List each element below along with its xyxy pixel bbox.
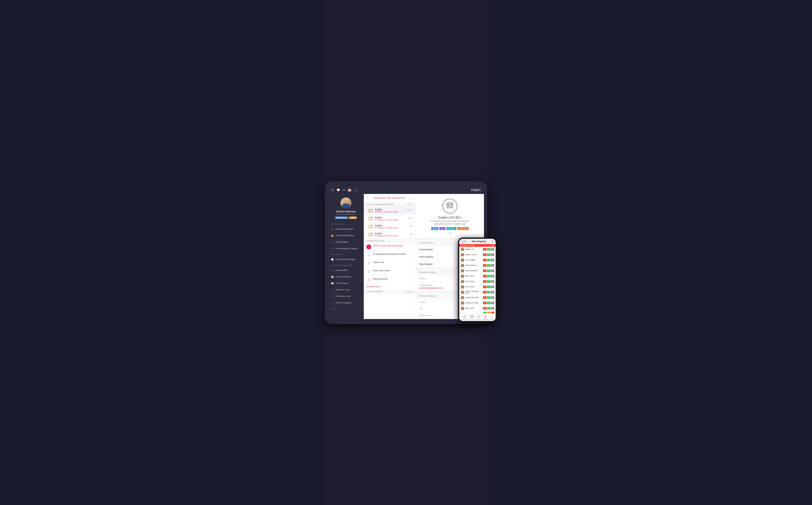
sidebar-item-timetable[interactable]: 🕐 My School Timetable	[328, 256, 364, 263]
student-row-7[interactable]: Dick, George Att Yes No	[459, 279, 495, 284]
timetable-item-1[interactable]: 08:55 09:55 English Sixth Form 10 in Six…	[364, 207, 416, 214]
no-button-7[interactable]: No	[491, 280, 494, 283]
register-buttons-1: Att Yes No	[483, 248, 494, 250]
yes-button-9[interactable]: Yes	[487, 291, 490, 294]
student-row-11[interactable]: Hutcheson, Morag Att Yes No	[459, 300, 495, 306]
att-button-7[interactable]: Att	[483, 280, 486, 283]
timetable-info-2: English P7 (English 3) in New School	[375, 216, 406, 221]
att-button-11[interactable]: Att	[483, 302, 486, 304]
no-button-5[interactable]: No	[491, 270, 494, 272]
student-avatar-2	[460, 253, 464, 257]
timetable-info-3: English P7 (English 3) in New School	[375, 224, 407, 229]
no-button-1[interactable]: No	[491, 248, 494, 250]
phone-search-icon[interactable]: 🔍	[491, 240, 494, 243]
att-button-5[interactable]: Att	[483, 270, 486, 272]
student-name-3: Carey, Bridget	[465, 259, 482, 261]
sidebar-item-bulletin[interactable]: ≡ Daily Bulletin	[328, 267, 364, 274]
no-button-10[interactable]: No	[491, 296, 494, 299]
no-button-11[interactable]: No	[491, 302, 494, 304]
att-button-6[interactable]: Att	[483, 275, 486, 278]
no-button-4[interactable]: No	[491, 264, 494, 267]
student-row-5[interactable]: Darby, Stephanie Att Yes No	[459, 268, 495, 274]
att-button-12[interactable]: Att	[483, 307, 486, 310]
bulletin-item-4[interactable]: ☰ Chess Club is back	[364, 268, 416, 276]
att-button-9[interactable]: Att	[483, 291, 486, 294]
phone-tab-settings[interactable]: ⚙ Settings	[476, 315, 481, 320]
detail-subtitle: In Sixth Form 10 (S10) with Mr Anderson	[431, 220, 469, 222]
sidebar-item-messages[interactable]: ✉ My Messages	[328, 239, 364, 245]
dropdown-arrow[interactable]: ▾	[449, 231, 451, 235]
mail-icon[interactable]: ✉	[343, 188, 345, 192]
student-row-12[interactable]: Inglis, Tessa Att Yes No	[459, 306, 495, 311]
yes-button-7[interactable]: Yes	[487, 280, 490, 283]
chat-icon[interactable]: 💬	[337, 188, 340, 192]
section-label-debug: DEBUG	[328, 306, 364, 310]
student-row-6[interactable]: Davis, Oliver Att Yes No	[459, 274, 495, 279]
yes-button-2[interactable]: Yes	[487, 254, 490, 256]
sidebar-item-news[interactable]: 📰 School News	[328, 280, 364, 287]
student-avatar-11	[460, 301, 464, 305]
sidebar-item-app-dashboard[interactable]: ⊞ My App Dashboard	[328, 226, 364, 232]
sidebar-item-absent[interactable]: ≡ Absent Registers	[328, 300, 364, 306]
sidebar-item-notifications[interactable]: 🔔 Unread Notifications	[328, 232, 364, 239]
detention-icon: ≡	[331, 288, 334, 291]
phone-tab-dashboard[interactable]: ⊞ Dashboard	[461, 315, 467, 320]
next-date-button[interactable]: ›	[412, 196, 413, 200]
student-row-8[interactable]: Drey, Cecily Att Yes No	[459, 284, 495, 290]
att-button-1[interactable]: Att	[483, 248, 486, 250]
sidebar-item-label-absent: Absent Registers	[336, 302, 352, 304]
phone-back-button[interactable]: ‹ Back	[461, 240, 466, 242]
calendar-icon-top[interactable]: 📅	[348, 188, 351, 192]
sidebar-item-calendar[interactable]: 📅 School Calendar	[328, 274, 364, 280]
no-button-2[interactable]: No	[491, 254, 494, 256]
att-button-4[interactable]: Att	[483, 264, 486, 267]
bulletin-icon-2: ☰	[366, 253, 371, 258]
att-button-2[interactable]: Att	[483, 254, 486, 256]
no-button-12[interactable]: No	[491, 307, 494, 310]
dashboard-tab-icon: ⊞	[463, 315, 465, 318]
sidebar-item-communication[interactable]: ⚙ Communication Options	[328, 245, 364, 252]
yes-button-1[interactable]: Yes	[487, 248, 490, 250]
student-row-9[interactable]: Hassett, Alexander [Alex] Att Yes No	[459, 290, 495, 295]
yes-button-6[interactable]: Yes	[487, 275, 490, 278]
sidebar-item-offgames[interactable]: ≡ Off Games Lists	[328, 293, 364, 300]
att-button-3[interactable]: Att	[483, 259, 486, 262]
all-bulletin-link[interactable]: All Bulletin Items	[364, 284, 416, 289]
yes-button-8[interactable]: Yes	[487, 286, 490, 288]
student-row-2[interactable]: Burgess, James Att Yes No	[459, 252, 495, 258]
phone-tab-comms[interactable]: 💬 Comms	[470, 315, 474, 320]
att-button-10[interactable]: Att	[483, 296, 486, 299]
yes-button-10[interactable]: Yes	[487, 296, 490, 299]
yes-button-11[interactable]: Yes	[487, 302, 490, 304]
no-button-9[interactable]: No	[491, 291, 494, 294]
student-row-10[interactable]: Howard, Alexander Att Yes No	[459, 295, 495, 300]
view-students-label: View Students	[419, 256, 433, 258]
prev-date-button[interactable]: ‹	[366, 196, 367, 200]
menu-icon[interactable]: ☰	[331, 188, 334, 192]
sidebar-item-detention[interactable]: ≡ Detention Lists	[328, 287, 364, 293]
phone-tab-debug[interactable]: ⚠ Debug	[490, 315, 494, 320]
phone-tab-wizards[interactable]: ✦ Wizards	[483, 315, 488, 320]
student-row-1[interactable]: Bradley, Tom Att Yes No	[459, 247, 495, 252]
user-profile: Christof Anderson canderson@isams.com CA…	[328, 194, 364, 221]
yes-button-3[interactable]: Yes	[487, 259, 490, 262]
no-button-6[interactable]: No	[491, 275, 494, 278]
att-button-8[interactable]: Att	[483, 286, 486, 288]
timetable-item-2[interactable]: 09:55 10:55 English P7 (English 3) in Ne…	[364, 214, 416, 222]
yes-button-4[interactable]: Yes	[487, 264, 490, 267]
svg-rect-6	[451, 205, 452, 206]
timetable-item-3[interactable]: 14:00 14:55 English P7 (English 3) in Ne…	[364, 222, 416, 230]
yes-button-5[interactable]: Yes	[487, 270, 490, 272]
bulletin-item-urgent[interactable]: ! URGENT silver Duke of Edinburgh.	[364, 243, 416, 251]
bulletin-item-3[interactable]: ☰ Ardeche Trip	[364, 260, 416, 268]
yes-button-12[interactable]: Yes	[487, 307, 490, 310]
middle-panel: ‹ Wednesday 25th January 2017 › TODAY'S …	[364, 194, 416, 319]
timetable-item-4[interactable]: 14:55 15:55 English P7 (English 3) in Ne…	[364, 230, 416, 238]
student-row-3[interactable]: Carey, Bridget Att Yes No	[459, 258, 495, 263]
bulletin-item-5[interactable]: ☰ Debating Society	[364, 276, 416, 284]
bulletin-item-2[interactable]: ☰ 7F Geography mathematical compass.	[364, 251, 416, 260]
add-icon[interactable]: +	[354, 188, 358, 192]
no-button-3[interactable]: No	[491, 259, 494, 262]
no-button-8[interactable]: No	[491, 286, 494, 288]
student-row-4[interactable]: Cullen, Anthony Att Yes No	[459, 263, 495, 268]
